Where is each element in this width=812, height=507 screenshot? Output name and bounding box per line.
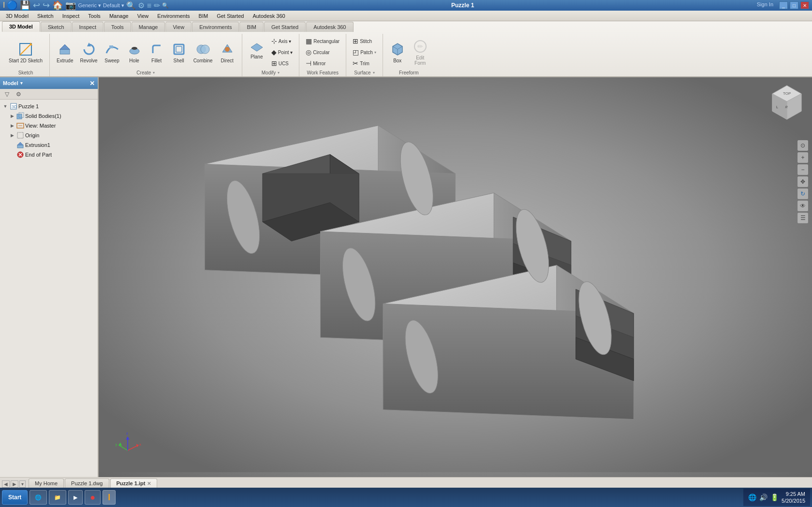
menu-sketch[interactable]: Sketch: [33, 12, 58, 20]
menu-bim[interactable]: BIM: [195, 12, 212, 20]
zoom-fit-button[interactable]: ⊙: [797, 140, 808, 151]
box-button[interactable]: Box: [387, 40, 408, 65]
panel-dropdown-arrow[interactable]: ▾: [20, 81, 23, 86]
tab-inspect[interactable]: Inspect: [72, 22, 103, 32]
mirror-button[interactable]: ⊣ Mirror: [303, 58, 342, 69]
tree-item-origin[interactable]: ▶ Origin: [0, 130, 98, 140]
circular-button[interactable]: ◎ Circular: [303, 47, 342, 58]
generic-dropdown[interactable]: Generic ▾: [78, 2, 101, 9]
direct-button[interactable]: Direct: [217, 40, 238, 65]
tab-bim[interactable]: BIM: [239, 22, 264, 32]
trim-button[interactable]: ✂ Trim: [350, 58, 379, 69]
create-dropdown-arrow[interactable]: ▾: [153, 71, 155, 75]
filter-button[interactable]: ▽: [2, 90, 12, 99]
revolve-button[interactable]: Revolve: [77, 40, 101, 65]
start-2d-sketch-button[interactable]: Start 2D Sketch: [6, 40, 45, 65]
menu-view[interactable]: View: [133, 12, 153, 20]
ribbon: 3D Model Sketch Inspect Tools Manage Vie…: [0, 21, 812, 77]
rectangular-label: Rectangular: [313, 39, 340, 44]
expand-origin[interactable]: ▶: [9, 132, 15, 139]
close-button[interactable]: ✕: [800, 1, 809, 9]
work-features-dropdown[interactable]: ▾: [278, 71, 280, 75]
axis-button[interactable]: ⊹ Axis ▾: [269, 36, 295, 46]
puzzle1-label: Puzzle 1: [18, 103, 39, 109]
menu-inspect[interactable]: Inspect: [59, 12, 83, 20]
my-home-label: My Home: [35, 480, 58, 486]
taskbar-app-explorer[interactable]: 📁: [49, 490, 66, 505]
tab-sketch[interactable]: Sketch: [41, 22, 72, 32]
tab-scroll-left[interactable]: ◀: [2, 480, 10, 488]
minimize-button[interactable]: _: [779, 1, 788, 9]
taskbar-app-ie[interactable]: 🌐: [30, 490, 47, 505]
tab-view[interactable]: View: [165, 22, 192, 32]
point-button[interactable]: ◆ Point ▾: [269, 47, 295, 58]
settings-button[interactable]: ⚙: [14, 90, 23, 99]
circular-icon: ◎: [306, 48, 311, 56]
orbit-button[interactable]: ↻: [797, 188, 808, 199]
tab-autodesk360[interactable]: Autodesk 360: [306, 22, 353, 32]
menu-environments[interactable]: Environments: [153, 12, 193, 20]
solid-bodies-icon: [16, 112, 24, 120]
menu-manage[interactable]: Manage: [105, 12, 133, 20]
rectangular-button[interactable]: ▦ Rectangular: [303, 36, 342, 46]
patch-button[interactable]: ◰ Patch ▾: [350, 47, 379, 58]
cube-navigator[interactable]: TOP R L: [768, 83, 806, 122]
ucs-button[interactable]: ⊞ UCS: [269, 58, 295, 69]
combine-button[interactable]: Combine: [191, 40, 216, 65]
menu-tools[interactable]: Tools: [84, 12, 104, 20]
menu-3dmodel[interactable]: 3D Model: [2, 12, 32, 20]
menu-getstarted[interactable]: Get Started: [213, 12, 248, 20]
viewport[interactable]: x y z TOP R L ⊙ + − ✥ ↻: [99, 77, 812, 477]
puzzle1-icon: 3D: [10, 102, 17, 110]
expand-solid-bodies[interactable]: ▶: [9, 113, 15, 119]
tab-my-home[interactable]: My Home: [29, 478, 64, 488]
tree-item-view-master[interactable]: ▶ View: Master: [0, 121, 98, 130]
look-at-button[interactable]: 👁: [797, 201, 808, 211]
tab-puzzle-ipt[interactable]: Puzzle 1.ipt ✕: [110, 478, 158, 488]
sweep-button[interactable]: Sweep: [102, 40, 123, 65]
extrude-button[interactable]: Extrude: [54, 40, 76, 65]
tab-3dmodel[interactable]: 3D Model: [2, 21, 40, 32]
tree-item-solid-bodies[interactable]: ▶ Solid Bodies(1): [0, 111, 98, 121]
sign-in-button[interactable]: Sign In: [757, 1, 773, 9]
taskbar-app-chrome[interactable]: ●: [85, 490, 101, 505]
taskbar-app-media[interactable]: ▶: [68, 490, 83, 505]
box-label: Box: [393, 58, 401, 63]
expand-view-master[interactable]: ▶: [9, 122, 15, 129]
pan-button[interactable]: ✥: [797, 176, 808, 187]
tab-getstarted[interactable]: Get Started: [264, 22, 306, 32]
surface-dropdown[interactable]: ▾: [373, 71, 375, 75]
patch-dropdown[interactable]: ▾: [374, 50, 376, 55]
zoom-out-button[interactable]: −: [797, 164, 808, 175]
zoom-in-button[interactable]: +: [797, 152, 808, 163]
expand-puzzle1[interactable]: ▼: [2, 103, 9, 110]
mirror-label: Mirror: [313, 61, 325, 66]
menu-autodesk360[interactable]: Autodesk 360: [249, 12, 289, 20]
tab-tools[interactable]: Tools: [104, 22, 131, 32]
sketch-buttons: Start 2D Sketch: [6, 34, 45, 69]
default-dropdown[interactable]: Default ▾: [103, 2, 124, 9]
edit-form-button[interactable]: ✏ EditForm: [410, 37, 431, 68]
search-box[interactable]: 🔍: [162, 2, 169, 9]
tab-scroll-right[interactable]: ▶: [11, 480, 18, 488]
tree-item-puzzle1[interactable]: ▼ 3D Puzzle 1: [0, 101, 98, 111]
display-settings-button[interactable]: ☰: [797, 213, 808, 223]
modify-buttons: Plane ⊹ Axis ▾ ◆ Point ▾ ⊞ UCS: [246, 34, 295, 69]
tree-item-end-of-part[interactable]: ▶ End of Part: [0, 150, 98, 159]
fillet-button[interactable]: Fillet: [146, 40, 167, 65]
tab-environments[interactable]: Environments: [192, 22, 239, 32]
start-button[interactable]: Start: [2, 490, 28, 505]
taskbar-app-inventor[interactable]: I: [103, 490, 116, 505]
tree-item-extrusion1[interactable]: ▶ Extrusion1: [0, 140, 98, 150]
tab-puzzle-dwg[interactable]: Puzzle 1.dwg: [65, 478, 109, 488]
tab-manage[interactable]: Manage: [132, 22, 165, 32]
hole-button[interactable]: Hole: [124, 40, 145, 65]
shell-button[interactable]: Shell: [168, 40, 190, 65]
panel-close-button[interactable]: ✕: [89, 80, 95, 87]
tab-close-button[interactable]: ✕: [147, 481, 151, 486]
stitch-button[interactable]: ⊞ Stitch: [350, 36, 379, 46]
tab-list-button[interactable]: ▾: [19, 480, 26, 488]
svg-marker-27: [17, 142, 23, 145]
plane-button[interactable]: Plane: [246, 36, 267, 61]
maximize-button[interactable]: □: [790, 1, 798, 9]
